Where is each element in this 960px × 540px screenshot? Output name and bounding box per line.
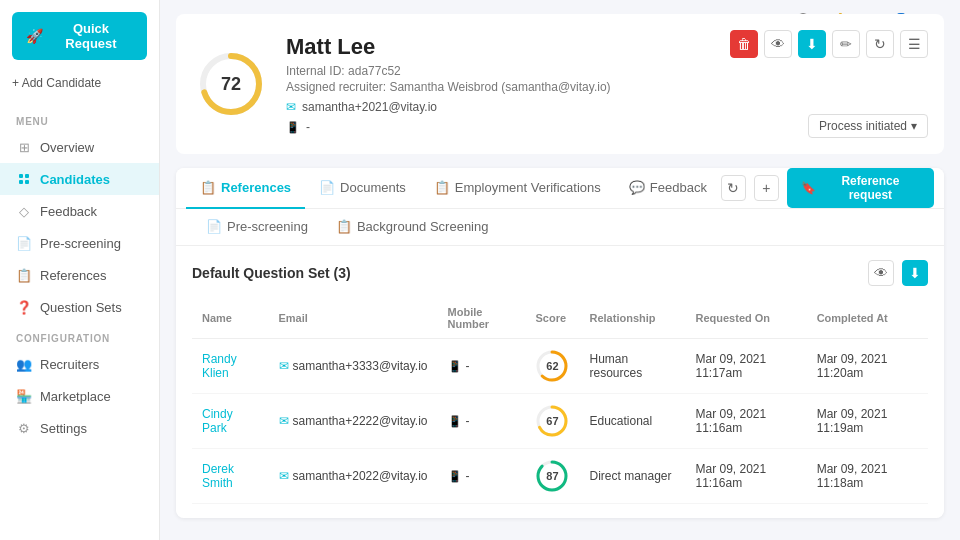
content-area: Default Question Set (3) 👁 ⬇ Name Email … xyxy=(176,246,944,518)
svg-rect-3 xyxy=(25,180,29,184)
tabs-card: 📋 References 📄 Documents 📋 Employment Ve… xyxy=(176,168,944,518)
question-sets-icon: ❓ xyxy=(16,299,32,315)
tabs-add-button[interactable]: + xyxy=(754,175,779,201)
tab-employment[interactable]: 📋 Employment Verifications xyxy=(420,168,615,209)
email-cell-value: samantha+2022@vitay.io xyxy=(293,469,428,483)
quick-request-button[interactable]: 🚀 Quick Request xyxy=(12,12,147,60)
rocket-icon: 🚀 xyxy=(26,28,43,44)
relationship-cell: Educational xyxy=(579,394,685,449)
phone-cell-value: - xyxy=(466,469,470,483)
references-icon: 📋 xyxy=(16,267,32,283)
sidebar: 🚀 Quick Request + Add Candidate MENU ⊞ O… xyxy=(0,0,160,540)
settings-icon: ⚙ xyxy=(16,420,32,436)
background-subtab-icon: 📋 xyxy=(336,219,352,234)
sidebar-item-prescreening[interactable]: 📄 Pre-screening xyxy=(0,227,159,259)
table-row: Cindy Park ✉ samantha+2222@vitay.io 📱 - xyxy=(192,394,928,449)
download-button[interactable]: ⬇ xyxy=(798,30,826,58)
email-cell-icon: ✉ xyxy=(279,414,289,428)
candidates-icon xyxy=(16,171,32,187)
tab-references[interactable]: 📋 References xyxy=(186,168,305,209)
phone-cell-icon: 📱 xyxy=(448,470,462,483)
candidate-email: samantha+2021@vitay.io xyxy=(302,100,437,114)
sidebar-item-references[interactable]: 📋 References xyxy=(0,259,159,291)
process-status-badge[interactable]: Process initiated ▾ xyxy=(808,114,928,138)
config-section-label: CONFIGURATION xyxy=(0,323,159,348)
score-circle: 72 xyxy=(196,49,266,119)
table-row: Derek Smith ✉ samantha+2022@vitay.io 📱 - xyxy=(192,449,928,504)
main-tabs-row: 📋 References 📄 Documents 📋 Employment Ve… xyxy=(176,168,944,209)
relationship-cell: Human resources xyxy=(579,339,685,394)
svg-rect-0 xyxy=(19,174,23,178)
completed-at-cell: Mar 09, 2021 11:19am xyxy=(807,394,928,449)
score-donut-value: 67 xyxy=(546,415,558,427)
reference-request-button[interactable]: 🔖 Reference request xyxy=(787,168,934,208)
sidebar-item-marketplace[interactable]: 🏪 Marketplace xyxy=(0,380,159,412)
score-value: 72 xyxy=(221,74,241,95)
phone-cell-icon: 📱 xyxy=(448,415,462,428)
marketplace-icon: 🏪 xyxy=(16,388,32,404)
sub-tab-prescreening[interactable]: 📄 Pre-screening xyxy=(192,209,322,246)
email-cell-icon: ✉ xyxy=(279,359,289,373)
requested-on-cell: Mar 09, 2021 11:16am xyxy=(685,394,806,449)
bookmark-icon: 🔖 xyxy=(801,181,816,195)
email-cell-value: samantha+3333@vitay.io xyxy=(293,359,428,373)
col-relationship: Relationship xyxy=(579,298,685,339)
prescreening-icon: 📄 xyxy=(16,235,32,251)
sidebar-item-feedback[interactable]: ◇ Feedback xyxy=(0,195,159,227)
table-view-button[interactable]: 👁 xyxy=(868,260,894,286)
phone-cell-icon: 📱 xyxy=(448,360,462,373)
edit-button[interactable]: ✏ xyxy=(832,30,860,58)
requested-on-cell: Mar 09, 2021 11:16am xyxy=(685,449,806,504)
email-cell-icon: ✉ xyxy=(279,469,289,483)
sidebar-item-settings[interactable]: ⚙ Settings xyxy=(0,412,159,444)
sub-tabs-row: 📄 Pre-screening 📋 Background Screening xyxy=(176,209,944,246)
tab-documents[interactable]: 📄 Documents xyxy=(305,168,420,209)
sidebar-item-recruiters[interactable]: 👥 Recruiters xyxy=(0,348,159,380)
table-header-row: Name Email Mobile Number Score Relations… xyxy=(192,298,928,339)
menu-button[interactable]: ☰ xyxy=(900,30,928,58)
delete-button[interactable]: 🗑 xyxy=(730,30,758,58)
sub-tab-background[interactable]: 📋 Background Screening xyxy=(322,209,503,246)
email-cell-value: samantha+2222@vitay.io xyxy=(293,414,428,428)
tab-feedback[interactable]: 💬 Feedback xyxy=(615,168,721,209)
refresh-button[interactable]: ↻ xyxy=(866,30,894,58)
chevron-down-icon: ▾ xyxy=(911,119,917,133)
svg-rect-2 xyxy=(19,180,23,184)
sidebar-item-question-sets[interactable]: ❓ Question Sets xyxy=(0,291,159,323)
recruiters-icon: 👥 xyxy=(16,356,32,372)
documents-tab-icon: 📄 xyxy=(319,180,335,195)
feedback-tab-icon: 💬 xyxy=(629,180,645,195)
section-title: Default Question Set (3) xyxy=(192,265,351,281)
main-content: 🔍 🔔 ⬇ 👤 ⏏ 72 Matt Lee Internal ID: ada77… xyxy=(160,0,960,540)
candidate-recruiter: Assigned recruiter: Samantha Weisbrod (s… xyxy=(286,80,924,94)
add-candidate-button[interactable]: + Add Candidate xyxy=(12,72,147,94)
col-name: Name xyxy=(192,298,269,339)
candidate-name-link[interactable]: Randy Klien xyxy=(202,352,237,380)
table-download-button[interactable]: ⬇ xyxy=(902,260,928,286)
col-score: Score xyxy=(525,298,579,339)
tabs-actions: ↻ + 🔖 Reference request xyxy=(721,168,934,208)
sidebar-item-overview[interactable]: ⊞ Overview xyxy=(0,131,159,163)
candidate-name-link[interactable]: Derek Smith xyxy=(202,462,234,490)
sidebar-item-candidates[interactable]: Candidates xyxy=(0,163,159,195)
candidate-name-link[interactable]: Cindy Park xyxy=(202,407,233,435)
relationship-cell: Direct manager xyxy=(579,449,685,504)
candidate-internal-id: Internal ID: ada77c52 xyxy=(286,64,924,78)
phone-cell-value: - xyxy=(466,359,470,373)
candidate-phone: - xyxy=(306,120,310,134)
col-completed: Completed At xyxy=(807,298,928,339)
view-button[interactable]: 👁 xyxy=(764,30,792,58)
phone-icon: 📱 xyxy=(286,121,300,134)
col-email: Email xyxy=(269,298,438,339)
tabs-refresh-button[interactable]: ↻ xyxy=(721,175,746,201)
svg-rect-1 xyxy=(25,174,29,178)
overview-icon: ⊞ xyxy=(16,139,32,155)
score-donut-value: 62 xyxy=(546,360,558,372)
candidate-card: 72 Matt Lee Internal ID: ada77c52 Assign… xyxy=(176,14,944,154)
candidate-actions: 🗑 👁 ⬇ ✏ ↻ ☰ xyxy=(730,30,928,58)
section-header-actions: 👁 ⬇ xyxy=(868,260,928,286)
completed-at-cell: Mar 09, 2021 11:20am xyxy=(807,339,928,394)
employment-tab-icon: 📋 xyxy=(434,180,450,195)
requested-on-cell: Mar 09, 2021 11:17am xyxy=(685,339,806,394)
prescreening-subtab-icon: 📄 xyxy=(206,219,222,234)
